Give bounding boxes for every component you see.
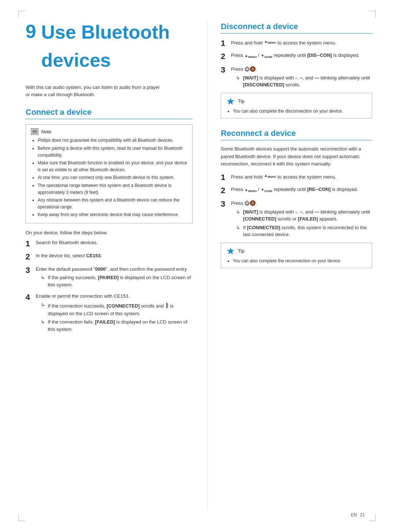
disconnect-tip-header: Tip xyxy=(226,97,367,106)
note-item: Any obstacle between this system and a B… xyxy=(38,197,187,210)
disconnect-tip-box: Tip You can also complete the disconnect… xyxy=(221,93,372,119)
tip-star-icon xyxy=(226,97,235,106)
footer-page-number: 21 xyxy=(360,512,365,517)
chapter-number: 9 xyxy=(26,22,36,41)
arrow-icon: ↳ xyxy=(236,224,240,231)
step-1-number: 1 xyxy=(26,239,36,249)
disconnect-tip-label: Tip xyxy=(238,98,244,104)
reconnect-step-1: 1 Press and hold ▲MENU to access the sys… xyxy=(221,173,372,182)
reconnect-step-2-content: Press ▲MENU / ▼ZONE repeatedly until [RE… xyxy=(231,186,372,193)
reconnect-step-3-number: 3 xyxy=(221,199,231,209)
note-item: At one time, you can connect only one Bl… xyxy=(38,174,187,181)
reconnect-tip-header: Tip xyxy=(226,247,367,255)
reconnect-step-3: 3 Press ⏻🔕. ↳ [WAIT] is displayed with -… xyxy=(221,199,372,239)
step-3: 3 Enter the default password "0000", and… xyxy=(26,266,193,289)
reconnect-heading: Reconnect a device xyxy=(221,129,372,140)
right-column: Disconnect a device 1 Press and hold ▲ME… xyxy=(207,22,372,510)
tip-star-icon xyxy=(226,247,235,255)
disconnect-step-2-content: Press ▲MENU / ▼ZONE repeatedly until [DI… xyxy=(231,52,372,59)
disconnect-step-2: 2 Press ▲MENU / ▼ZONE repeatedly until [… xyxy=(221,52,372,61)
footer-lang: EN xyxy=(351,512,357,517)
disconnect-step-3-content: Press ⏻🔕. ↳ [WAIT] is displayed with -, … xyxy=(231,65,372,89)
reconnect-step-1-number: 1 xyxy=(221,173,231,182)
disconnect-tip-list: You can also complete the disconnection … xyxy=(226,108,367,115)
disconnect-tip-item: You can also complete the disconnection … xyxy=(233,108,367,115)
note-item: Keep away from any other electronic devi… xyxy=(38,211,187,218)
arrow-icon: ↳ xyxy=(41,274,45,281)
step-4-sub-1: ↳ If the connection succeeds, [CONNECTED… xyxy=(36,301,193,317)
disconnect-step-3: 3 Press ⏻🔕. ↳ [WAIT] is displayed with -… xyxy=(221,65,372,89)
left-column: 9 Use Bluetooth devices With this car au… xyxy=(26,22,193,510)
reconnect-step-3-sub-1-text: [WAIT] is displayed with -, --, and --- … xyxy=(243,208,372,223)
svg-marker-0 xyxy=(227,98,234,105)
steps-intro: On your device, follow the steps below. xyxy=(26,230,193,235)
note-header: Note xyxy=(31,128,187,135)
corner-mark-tr xyxy=(369,11,376,17)
chapter-title-line2: devices xyxy=(41,50,170,71)
note-list: Philips does not guarantee the compatibi… xyxy=(31,137,187,218)
chapter-title-block: Use Bluetooth devices xyxy=(41,22,170,78)
reconnect-tip-box: Tip You can also complete the reconnecti… xyxy=(221,243,372,269)
reconnect-step-3-sub-1: ↳ [WAIT] is displayed with -, --, and --… xyxy=(231,208,372,223)
step-2-content: In the device list, select CE153. xyxy=(36,252,193,259)
disconnect-step-2-number: 2 xyxy=(221,52,231,61)
note-label: Note xyxy=(41,129,51,134)
step-2-number: 2 xyxy=(26,252,36,262)
step-4-content: Enable or permit the connection with CE1… xyxy=(36,293,193,333)
step-4: 4 Enable or permit the connection with C… xyxy=(26,293,193,333)
corner-mark-tl xyxy=(18,11,25,17)
step-3-sub-1-text: If the pairing succeeds, [PAIRED] is dis… xyxy=(48,274,193,288)
reconnect-intro: Some Bluetooth devices support the autom… xyxy=(221,145,372,167)
disconnect-section: Disconnect a device 1 Press and hold ▲ME… xyxy=(221,22,372,118)
chapter-intro: With this car audio system, you can list… xyxy=(26,84,161,98)
chapter-heading: 9 Use Bluetooth devices xyxy=(26,22,193,78)
reconnect-step-3-content: Press ⏻🔕. ↳ [WAIT] is displayed with -, … xyxy=(231,199,372,239)
svg-marker-1 xyxy=(227,247,234,254)
step-3-number: 3 xyxy=(26,266,36,275)
disconnect-step-3-number: 3 xyxy=(221,65,231,75)
step-4-sub-1-text: If the connection succeeds, [CONNECTED] … xyxy=(48,301,193,317)
arrow-icon: ↳ xyxy=(41,301,45,309)
reconnect-step-3-sub-2: ↳ If [CONNECTED] scrolls, this system is… xyxy=(231,224,372,238)
arrow-icon: ↳ xyxy=(236,74,240,82)
disconnect-step-1: 1 Press and hold ▲MENU to access the sys… xyxy=(221,39,372,48)
reconnect-step-1-content: Press and hold ▲MENU to access the syste… xyxy=(231,173,372,181)
reconnect-step-2: 2 Press ▲MENU / ▼ZONE repeatedly until [… xyxy=(221,186,372,195)
disconnect-step-1-content: Press and hold ▲MENU to access the syste… xyxy=(231,39,372,47)
reconnect-section: Reconnect a device Some Bluetooth device… xyxy=(221,129,372,268)
page-footer: EN 21 xyxy=(351,512,365,517)
arrow-icon: ↳ xyxy=(236,208,240,216)
note-item: Philips does not guarantee the compatibi… xyxy=(38,137,187,144)
step-4-sub-2: ↳ If the connection fails, [FAILED] is d… xyxy=(36,318,193,333)
chapter-title-line1: Use Bluetooth xyxy=(41,22,170,43)
disconnect-step-1-number: 1 xyxy=(221,39,231,48)
note-box: Note Philips does not guarantee the comp… xyxy=(26,124,193,223)
reconnect-tip-item: You can also complete the reconnection o… xyxy=(233,258,367,265)
note-item: The operational range between this syste… xyxy=(38,182,187,196)
reconnect-step-2-number: 2 xyxy=(221,186,231,195)
note-item: Before pairing a device with this system… xyxy=(38,145,187,159)
reconnect-tip-label: Tip xyxy=(238,248,244,254)
connect-heading: Connect a device xyxy=(26,107,193,119)
step-1: 1 Search for Bluetooth devices. xyxy=(26,239,193,249)
disconnect-heading: Disconnect a device xyxy=(221,22,372,34)
step-2: 2 In the device list, select CE153. xyxy=(26,252,193,262)
disconnect-step-3-sub-1-text: [WAIT] is displayed with -, --, and --- … xyxy=(243,74,372,89)
step-1-content: Search for Bluetooth devices. xyxy=(36,239,193,246)
corner-mark-bl xyxy=(18,515,25,521)
main-content: 9 Use Bluetooth devices With this car au… xyxy=(26,22,372,510)
reconnect-tip-list: You can also complete the reconnection o… xyxy=(226,258,367,265)
step-4-sub-2-text: If the connection fails, [FAILED] is dis… xyxy=(48,318,193,333)
arrow-icon: ↳ xyxy=(41,318,45,326)
reconnect-step-3-sub-2-text: If [CONNECTED] scrolls, this system is r… xyxy=(243,224,372,238)
note-item: Make sure that Bluetooth function is ena… xyxy=(38,160,187,173)
corner-mark-br xyxy=(369,515,376,521)
step-4-number: 4 xyxy=(26,293,36,302)
page-container: 9 Use Bluetooth devices With this car au… xyxy=(0,0,394,532)
step-3-sub-1: ↳ If the pairing succeeds, [PAIRED] is d… xyxy=(36,274,193,288)
step-3-content: Enter the default password "0000", and t… xyxy=(36,266,193,289)
note-icon xyxy=(31,128,38,135)
disconnect-step-3-sub-1: ↳ [WAIT] is displayed with -, --, and --… xyxy=(231,74,372,89)
